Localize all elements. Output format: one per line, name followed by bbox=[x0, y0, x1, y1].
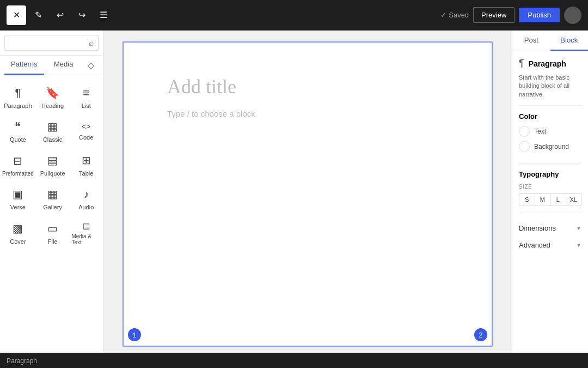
block-label: Code bbox=[79, 134, 93, 141]
background-color-row: Background bbox=[519, 141, 581, 152]
block-label: Gallery bbox=[43, 204, 62, 210]
tab-post[interactable]: Post bbox=[512, 31, 550, 51]
close-button[interactable]: ✕ bbox=[7, 5, 26, 25]
tab-patterns[interactable]: Patterns bbox=[4, 56, 44, 75]
file-block-icon: ▭ bbox=[47, 222, 58, 235]
editor-canvas[interactable]: Add title Type / to choose a block 1 2 bbox=[122, 41, 493, 347]
right-sidebar-tabs: Post Block bbox=[512, 31, 588, 51]
dimensions-label: Dimensions bbox=[519, 224, 556, 232]
block-item-quote[interactable]: ❝ Quote bbox=[0, 113, 36, 147]
block-label: Verse bbox=[10, 204, 26, 210]
block-item-preformatted[interactable]: ⊟ Preformatted bbox=[0, 147, 36, 181]
size-btn-l[interactable]: L bbox=[550, 194, 566, 206]
block-label: Paragraph bbox=[4, 102, 32, 109]
redo-button[interactable]: ↪ bbox=[72, 5, 91, 25]
gallery-block-icon: ▦ bbox=[47, 188, 58, 201]
diamond-icon[interactable]: ◇ bbox=[83, 56, 99, 75]
block-grid: ¶ Paragraph 🔖 Heading ≡ List ❝ Quote ▦ C… bbox=[0, 75, 103, 254]
size-label: SIZE bbox=[519, 184, 581, 190]
right-sidebar: Post Block ¶ Paragraph Start with the ba… bbox=[512, 31, 588, 353]
block-label: Pullquote bbox=[40, 170, 65, 177]
advanced-chevron-icon: ▼ bbox=[576, 242, 581, 248]
panel-block-name-row: ¶ Paragraph bbox=[519, 58, 581, 69]
status-bar: Paragraph bbox=[0, 353, 588, 368]
preview-button[interactable]: Preview bbox=[473, 7, 514, 23]
block-item-paragraph[interactable]: ¶ Paragraph bbox=[0, 80, 36, 113]
advanced-row[interactable]: Advanced ▼ bbox=[519, 237, 581, 254]
block-label: Preformatted bbox=[2, 171, 34, 177]
size-btn-xl[interactable]: XL bbox=[566, 194, 581, 206]
block-item-gallery[interactable]: ▦ Gallery bbox=[36, 181, 70, 215]
panel-paragraph-icon: ¶ bbox=[519, 58, 524, 69]
dimensions-row[interactable]: Dimensions ▼ bbox=[519, 220, 581, 237]
size-btn-s[interactable]: S bbox=[519, 194, 535, 206]
sidebar-tabs: Patterns Media ◇ bbox=[0, 56, 103, 75]
cover-block-icon: ▩ bbox=[13, 222, 23, 235]
block-label: Heading bbox=[41, 102, 64, 109]
dimensions-chevron-icon: ▼ bbox=[576, 225, 581, 231]
classic-block-icon: ▦ bbox=[47, 120, 58, 133]
panel-block-title: Paragraph bbox=[529, 59, 566, 68]
size-buttons: S M L XL bbox=[519, 193, 581, 206]
toolbar-left-group: ✕ ✎ ↩ ↪ ☰ bbox=[7, 5, 113, 25]
search-input-wrap bbox=[4, 35, 99, 51]
right-panel-content: ¶ Paragraph Start with the basic buildin… bbox=[512, 51, 588, 260]
text-color-label: Text bbox=[534, 128, 546, 135]
editor-title[interactable]: Add title bbox=[167, 75, 448, 98]
pullquote-block-icon: ▤ bbox=[47, 154, 58, 167]
advanced-label: Advanced bbox=[519, 241, 550, 249]
block-item-heading[interactable]: 🔖 Heading bbox=[36, 80, 70, 113]
text-color-row: Text bbox=[519, 126, 581, 137]
color-section-title: Color bbox=[519, 112, 581, 120]
block-item-classic[interactable]: ▦ Classic bbox=[36, 113, 70, 147]
paragraph-block-icon: ¶ bbox=[15, 87, 21, 99]
typography-section: Typography SIZE S M L XL bbox=[519, 170, 581, 213]
undo-button[interactable]: ↩ bbox=[50, 5, 70, 25]
canvas-badge-1: 1 bbox=[128, 328, 141, 341]
block-item-list[interactable]: ≡ List bbox=[69, 80, 103, 113]
edit-button[interactable]: ✎ bbox=[28, 5, 48, 25]
editor-content-placeholder[interactable]: Type / to choose a block bbox=[167, 109, 448, 118]
publish-button[interactable]: Publish bbox=[519, 8, 560, 22]
preformatted-block-icon: ⊟ bbox=[13, 154, 22, 167]
background-color-circle[interactable] bbox=[519, 141, 530, 152]
block-item-pullquote[interactable]: ▤ Pullquote bbox=[36, 147, 70, 181]
search-bar bbox=[0, 31, 103, 56]
block-label: File bbox=[48, 238, 58, 245]
media-text-block-icon: ▤ bbox=[83, 221, 90, 230]
panel-block-desc: Start with the basic building block of a… bbox=[519, 74, 581, 106]
block-label: Media & Text bbox=[71, 233, 101, 245]
verse-block-icon: ▣ bbox=[13, 188, 23, 201]
block-item-code[interactable]: <> Code bbox=[69, 113, 103, 147]
toolbar-right-group: Saved Preview Publish bbox=[440, 7, 581, 24]
text-color-circle[interactable] bbox=[519, 126, 530, 137]
status-text: Paragraph bbox=[7, 357, 37, 365]
background-color-label: Background bbox=[534, 143, 569, 150]
audio-block-icon: ♪ bbox=[83, 188, 89, 201]
size-btn-m[interactable]: M bbox=[535, 194, 551, 206]
block-item-table[interactable]: ⊞ Table bbox=[69, 147, 103, 181]
block-item-media-text[interactable]: ▤ Media & Text bbox=[69, 215, 103, 250]
code-block-icon: <> bbox=[82, 122, 90, 131]
left-sidebar: Patterns Media ◇ ¶ Paragraph 🔖 Heading ≡… bbox=[0, 31, 103, 353]
tab-media[interactable]: Media bbox=[44, 56, 84, 75]
block-label: Classic bbox=[43, 136, 62, 143]
tab-block[interactable]: Block bbox=[550, 31, 589, 51]
block-label: List bbox=[82, 102, 91, 109]
block-label: Audio bbox=[78, 204, 94, 210]
canvas-badge-2: 2 bbox=[474, 328, 487, 341]
main-content: Patterns Media ◇ ¶ Paragraph 🔖 Heading ≡… bbox=[0, 31, 588, 353]
saved-status: Saved bbox=[440, 11, 469, 19]
block-item-audio[interactable]: ♪ Audio bbox=[69, 181, 103, 215]
block-item-verse[interactable]: ▣ Verse bbox=[0, 181, 36, 215]
search-input[interactable] bbox=[4, 35, 99, 51]
user-avatar-button[interactable] bbox=[564, 7, 581, 24]
block-label: Quote bbox=[10, 136, 26, 143]
block-label: Table bbox=[79, 170, 93, 177]
color-section: Color Text Background bbox=[519, 112, 581, 164]
block-item-cover[interactable]: ▩ Cover bbox=[0, 215, 36, 250]
editor-area: Add title Type / to choose a block 1 2 bbox=[103, 31, 512, 353]
block-label: Cover bbox=[10, 238, 26, 245]
block-item-file[interactable]: ▭ File bbox=[36, 215, 70, 250]
list-view-button[interactable]: ☰ bbox=[94, 5, 113, 25]
